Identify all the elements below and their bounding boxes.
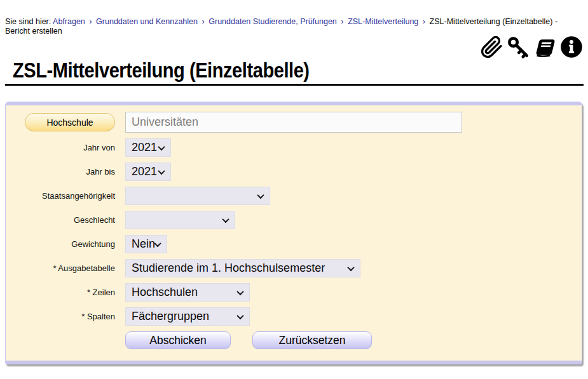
- jahr-bis-select[interactable]: 2021: [125, 163, 171, 181]
- breadcrumb-link-grunddaten-studierende[interactable]: Grunddaten Studierende, Prüfungen: [209, 17, 337, 26]
- staatsangehoerigkeit-select[interactable]: [125, 187, 270, 205]
- form-row-geschlecht: Geschlecht: [6, 211, 582, 229]
- form-row-spalten: * Spalten Fächergruppen: [6, 307, 582, 326]
- geschlecht-select[interactable]: [125, 211, 235, 229]
- form-row-gewichtung: Gewichtung Nein: [6, 235, 582, 253]
- breadcrumb-prefix: Sie sind hier:: [5, 17, 51, 26]
- form-row-staatsangehoerigkeit: Staatsangehörigkeit: [6, 187, 582, 205]
- breadcrumb: Sie sind hier: Abfragen › Grunddaten und…: [5, 17, 578, 36]
- form-row-ausgabetabelle: * Ausgabetabelle Studierende im 1. Hochs…: [6, 259, 582, 277]
- form-row-jahr-bis: Jahr bis 2021: [6, 163, 582, 181]
- page-title: ZSL-Mittelverteilung (Einzeltabelle): [13, 58, 310, 83]
- hochschule-button[interactable]: Hochschule: [25, 113, 115, 131]
- chevron-down-icon: [158, 143, 165, 150]
- zeilen-select[interactable]: Hochschulen: [125, 283, 250, 302]
- chevron-down-icon: [257, 191, 264, 198]
- jahr-von-value: 2021: [132, 141, 157, 154]
- reset-button[interactable]: Zurücksetzen: [252, 331, 372, 349]
- spalten-select[interactable]: Fächergruppen: [125, 307, 250, 326]
- form-row-hochschule: Hochschule: [6, 112, 582, 133]
- gewichtung-value: Nein: [132, 237, 155, 251]
- form-row-zeilen: * Zeilen Hochschulen: [6, 283, 582, 302]
- jahr-von-select[interactable]: 2021: [125, 138, 171, 157]
- chevron-down-icon: [154, 239, 161, 246]
- chevron-right-icon: ›: [421, 17, 427, 26]
- chevron-right-icon: ›: [339, 17, 345, 26]
- gewichtung-select[interactable]: Nein: [125, 235, 167, 253]
- zeilen-value: Hochschulen: [132, 286, 198, 299]
- staatsangehoerigkeit-label: Staatsangehörigkeit: [6, 191, 115, 201]
- breadcrumb-link-grunddaten-kennzahlen[interactable]: Grunddaten und Kennzahlen: [96, 17, 198, 26]
- ausgabetabelle-label: * Ausgabetabelle: [6, 263, 115, 273]
- ausgabetabelle-value: Studierende im 1. Hochschulsemester: [132, 262, 325, 275]
- zeilen-label: * Zeilen: [6, 288, 115, 297]
- chevron-down-icon: [158, 167, 165, 174]
- spalten-label: * Spalten: [6, 312, 115, 321]
- jahr-von-label: Jahr von: [6, 143, 115, 152]
- form-actions: Abschicken Zurücksetzen: [6, 331, 582, 349]
- key-icon[interactable]: [505, 34, 531, 60]
- jahr-bis-label: Jahr bis: [6, 167, 115, 176]
- jahr-bis-value: 2021: [132, 165, 157, 178]
- submit-button[interactable]: Abschicken: [125, 331, 231, 349]
- book-icon[interactable]: [532, 34, 557, 60]
- chevron-down-icon: [347, 263, 354, 270]
- gewichtung-label: Gewichtung: [6, 239, 115, 249]
- breadcrumb-link-abfragen[interactable]: Abfragen: [53, 17, 85, 26]
- spalten-value: Fächergruppen: [132, 310, 209, 323]
- query-form-panel: Hochschule Jahr von 2021 Jahr bis 2021 S…: [5, 102, 582, 364]
- chevron-right-icon: ›: [200, 17, 206, 26]
- breadcrumb-link-zsl-mittelverteilung[interactable]: ZSL-Mittelverteilung: [348, 17, 418, 26]
- chevron-down-icon: [222, 215, 229, 222]
- chevron-right-icon: ›: [87, 17, 93, 26]
- paperclip-icon[interactable]: [479, 34, 504, 60]
- ausgabetabelle-select[interactable]: Studierende im 1. Hochschulsemester: [125, 259, 360, 277]
- chevron-down-icon: [236, 288, 243, 295]
- chevron-down-icon: [236, 312, 243, 319]
- info-icon[interactable]: [559, 34, 584, 60]
- title-divider: [5, 84, 584, 86]
- hochschule-input[interactable]: [125, 112, 462, 133]
- form-row-jahr-von: Jahr von 2021: [6, 138, 582, 157]
- icon-toolbar: [479, 34, 584, 60]
- geschlecht-label: Geschlecht: [6, 215, 115, 225]
